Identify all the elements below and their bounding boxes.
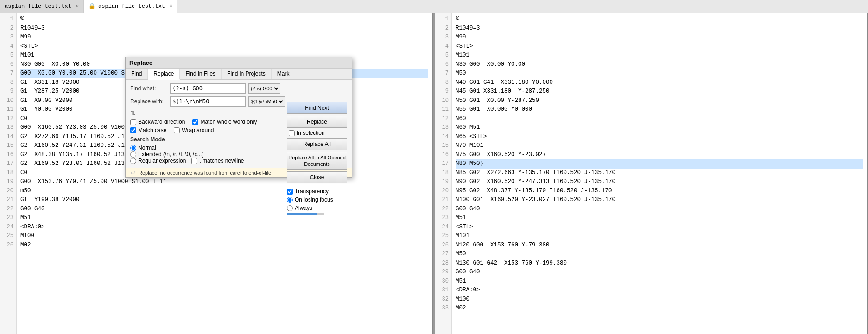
match-case-checkbox[interactable]	[130, 127, 136, 133]
find-row: Find what: (?-s) G00	[130, 83, 280, 94]
right-code-line: %	[456, 15, 863, 24]
right-code-line: M51	[456, 277, 863, 286]
tab-find-in-projects[interactable]: Find in Projects	[222, 69, 272, 79]
backward-dir-checkbox[interactable]	[130, 119, 136, 125]
right-editor-content: 1234567891011121314151617181920212223242…	[435, 13, 867, 334]
dialog-tabs: Find Replace Find in Files Find in Proje…	[126, 69, 352, 80]
tab-mark[interactable]: Mark	[272, 69, 296, 79]
left-code-line: M99	[20, 33, 428, 42]
in-selection-label[interactable]: In selection	[287, 130, 347, 136]
in-selection-checkbox[interactable]	[289, 130, 295, 136]
matches-newline-label[interactable]: . matches newline	[191, 158, 244, 164]
right-code-line: M99	[456, 33, 863, 42]
find-input[interactable]	[170, 83, 246, 94]
left-code-line: m50	[20, 187, 428, 196]
right-code-line: N55 G01 X0.000 Y0.000	[456, 105, 863, 114]
always-label[interactable]: Always	[287, 205, 347, 211]
options-row: Backward direction Match whole word only	[130, 119, 280, 125]
right-code-area[interactable]: %R1049=3M99<STL>M101N30 G00 X0.00 Y0.00M…	[452, 13, 867, 334]
replace-all-opened-button[interactable]: Replace All in All Opened Documents	[287, 152, 347, 170]
match-case-label[interactable]: Match case	[130, 127, 166, 133]
left-code-line: R1049=3	[20, 24, 428, 33]
right-code-line: G00 G40	[456, 205, 863, 214]
left-tab-close[interactable]: ×	[76, 4, 79, 9]
right-code-line: N65 <STL>	[456, 132, 863, 142]
right-code-line: G00 G40	[456, 268, 863, 277]
right-code-line: N45 G01 X331.180 Y-287.250	[456, 87, 863, 96]
transparency-checkbox[interactable]	[287, 189, 293, 195]
mode-normal-label[interactable]: Normal	[130, 145, 280, 151]
find-next-button[interactable]: Find Next	[287, 102, 347, 114]
mode-extended-label[interactable]: Extended (\n, \r, \t, \0, \x...)	[130, 151, 280, 158]
find-dropdown[interactable]: (?-s) G00	[248, 83, 280, 94]
options-row-2: Match case Wrap around	[130, 127, 280, 133]
transparency-slider[interactable]	[287, 213, 324, 215]
status-icon: ↩	[130, 169, 136, 176]
match-whole-word-text: Match whole word only	[200, 119, 257, 125]
tab-replace[interactable]: Replace	[148, 69, 180, 80]
close-button[interactable]: Close	[287, 171, 347, 183]
right-code-line: <STL>	[456, 223, 863, 232]
status-message: Replace: no occurrence was found from ca…	[139, 170, 271, 176]
dialog-title-bar: Replace	[126, 57, 352, 69]
left-code-line: M100	[20, 232, 428, 241]
replace-input[interactable]	[170, 96, 246, 107]
right-code-line: N75 G00 X160.520 Y-23.027	[456, 151, 863, 160]
replace-label: Replace with:	[130, 98, 167, 105]
left-line-numbers: 1234567891011121314151617181920212223242…	[0, 13, 17, 334]
right-code-line: N50 G01 X0.00 Y-287.250	[456, 96, 863, 106]
right-code-line: N60	[456, 114, 863, 124]
tab-find[interactable]: Find	[126, 69, 148, 79]
mode-regex-radio[interactable]	[130, 158, 136, 164]
wrap-around-checkbox[interactable]	[174, 127, 180, 133]
search-mode-title: Search Mode	[130, 136, 280, 143]
left-code-line: M51	[20, 214, 428, 223]
tab-find-in-files[interactable]: Find in Files	[180, 69, 222, 79]
mode-regex-text: Regular expression	[138, 158, 186, 164]
left-tab-label: asplan file test.txt	[5, 3, 71, 10]
wrap-around-text: Wrap around	[182, 127, 214, 133]
matches-newline-checkbox[interactable]	[191, 158, 197, 164]
left-code-line: %	[20, 15, 428, 24]
transparency-label[interactable]: Transparency	[287, 188, 347, 195]
right-code-line: M51	[456, 214, 863, 223]
right-code-line: M50	[456, 69, 863, 78]
left-code-line: <STL>	[20, 42, 428, 51]
right-code-line: N30 G00 X0.00 Y0.00	[456, 60, 863, 69]
mode-regex-label[interactable]: Regular expression . matches newline	[130, 158, 280, 164]
on-losing-focus-radio[interactable]	[287, 197, 293, 203]
left-code-line: <DRA:0>	[20, 223, 428, 232]
left-tab[interactable]: asplan file test.txt ×	[0, 0, 84, 13]
on-losing-focus-text: On losing focus	[295, 196, 333, 203]
mode-extended-radio[interactable]	[130, 151, 136, 158]
replace-dropdown[interactable]: ${1}\r\nM50	[248, 96, 285, 107]
replace-button[interactable]: Replace	[287, 116, 347, 128]
wrap-around-label[interactable]: Wrap around	[174, 127, 214, 133]
right-code-line: M50	[456, 250, 863, 259]
right-code-line: N100 G01 X160.520 Y-23.027 I160.520 J-13…	[456, 195, 863, 205]
right-code-line: <DRA:0>	[456, 286, 863, 295]
always-radio[interactable]	[287, 205, 293, 211]
replace-all-button[interactable]: Replace All	[287, 138, 347, 150]
search-modes: Normal Extended (\n, \r, \t, \0, \x...) …	[130, 145, 280, 164]
left-code-line: G00 G40	[20, 205, 428, 214]
title-bar: asplan file test.txt × 🔒 asplan file tes…	[0, 0, 868, 13]
right-code-line: N80 M50}	[456, 159, 863, 169]
dialog-buttons: Find Next Replace In selection Replace A…	[287, 102, 347, 215]
right-code-line: M100	[456, 295, 863, 304]
right-tab[interactable]: 🔒 asplan file test.txt ×	[84, 0, 177, 13]
on-losing-focus-label[interactable]: On losing focus	[287, 196, 347, 203]
transparency-text: Transparency	[295, 188, 329, 195]
match-whole-word-checkbox[interactable]	[192, 119, 198, 125]
right-tab-close[interactable]: ×	[170, 4, 172, 9]
mode-normal-radio[interactable]	[130, 145, 136, 151]
in-selection-text: In selection	[297, 130, 325, 136]
right-code-line: N95 G02 X48.377 Y-135.170 I160.520 J-135…	[456, 187, 863, 196]
editors-container: 1234567891011121314151617181920212223242…	[0, 13, 868, 334]
backward-dir-text: Backward direction	[138, 119, 185, 125]
right-code-line: M101	[456, 51, 863, 60]
replace-row: Replace with: ${1}\r\nM50	[130, 96, 280, 107]
swap-icon: ⇅	[130, 109, 136, 117]
backward-dir-label[interactable]: Backward direction	[130, 119, 185, 125]
match-whole-word-label[interactable]: Match whole word only	[192, 119, 257, 125]
